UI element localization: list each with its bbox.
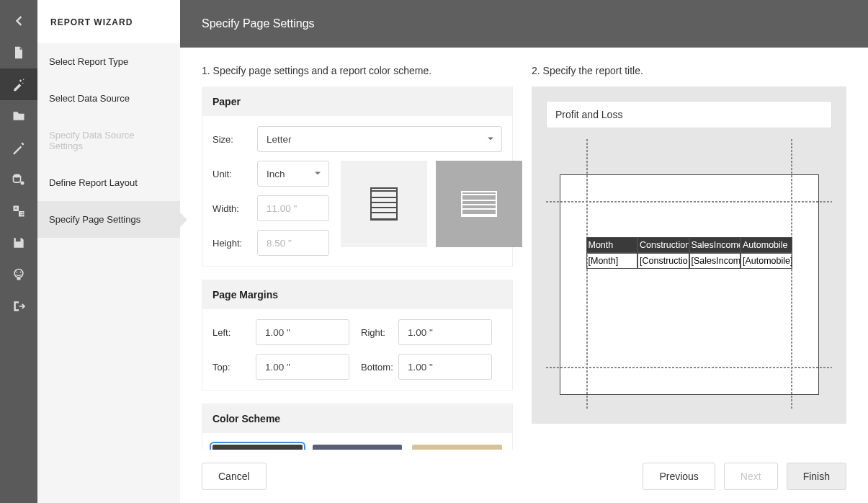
wizard-footer: Cancel Previous Next Finish (180, 450, 868, 503)
color-scheme-heading: Color Scheme (202, 404, 512, 433)
cancel-button[interactable]: Cancel (202, 463, 267, 490)
table-header-cell: Automobile (741, 237, 792, 253)
margin-right-input[interactable]: 1.00 " (398, 319, 492, 345)
svg-text:A: A (14, 206, 17, 210)
page-title: Specify Page Settings (180, 0, 868, 48)
translate-icon[interactable]: A字 (0, 195, 37, 227)
exit-icon[interactable] (0, 290, 37, 322)
file-icon[interactable] (0, 37, 37, 68)
wand-icon[interactable] (0, 132, 37, 164)
left-icon-bar: A字 (0, 0, 37, 503)
step-select-report-type[interactable]: Select Report Type (37, 43, 180, 80)
margin-bottom-label: Bottom: (349, 362, 390, 373)
width-label: Width: (212, 203, 257, 214)
folder-icon[interactable] (0, 100, 37, 132)
margin-top-input[interactable]: 1.00 " (256, 354, 349, 380)
orientation-landscape-button[interactable] (436, 161, 522, 247)
sidebar-title: REPORT WIZARD (37, 0, 180, 43)
table-row: [Month] [Constructio [SalesIncome [Autom… (586, 253, 792, 269)
unit-select[interactable]: Inch (257, 161, 329, 187)
table-cell: [Month] (586, 253, 638, 269)
height-input[interactable]: 8.50 " (257, 230, 329, 256)
wizard-icon[interactable] (0, 68, 37, 100)
instruction-right: 2. Specify the report title. (532, 65, 846, 76)
margin-right-label: Right: (349, 327, 390, 338)
size-label: Size: (212, 134, 257, 145)
svg-point-1 (21, 182, 24, 185)
wizard-sidebar: REPORT WIZARD Select Report Type Select … (37, 0, 180, 503)
swatch-coldgrey[interactable]: COLDGREY (313, 445, 403, 450)
save-icon[interactable] (0, 227, 37, 259)
step-specify-page-settings[interactable]: Specify Page Settings (37, 201, 180, 238)
unit-value: Inch (267, 169, 285, 179)
margin-top-label: Top: (212, 362, 257, 373)
next-button: Next (724, 463, 778, 490)
size-select[interactable]: Letter (257, 126, 502, 152)
database-gear-icon[interactable] (0, 164, 37, 195)
height-label: Height: (212, 238, 257, 249)
table-header-row: Month Construction SalesIncome Automobil… (586, 237, 792, 253)
report-preview-page: Month Construction SalesIncome Automobil… (560, 174, 819, 395)
table-header-cell: Construction (637, 237, 689, 253)
table-header-cell: Month (586, 237, 638, 253)
portrait-page-icon (370, 187, 398, 221)
margin-guide-bottom (546, 367, 832, 368)
step-select-data-source[interactable]: Select Data Source (37, 80, 180, 117)
preview-panel: Profit and Loss Month Construction (532, 86, 846, 424)
width-input[interactable]: 11.00 " (257, 195, 329, 221)
color-scheme-group: Color Scheme GREY COLDGREY CREAM (202, 404, 513, 450)
paper-group: Paper Size: Letter Unit (202, 86, 513, 267)
finish-button[interactable]: Finish (787, 463, 846, 490)
step-specify-data-source-settings: Specify Data Source Settings (37, 117, 180, 164)
table-cell: [Automobile] (741, 253, 792, 269)
svg-point-0 (14, 174, 21, 178)
report-title-input[interactable]: Profit and Loss (546, 101, 832, 128)
previous-button[interactable]: Previous (643, 463, 715, 490)
margins-group: Page Margins Left: 1.00 " Right: 1.00 " … (202, 280, 513, 391)
margin-guide-top (546, 201, 832, 202)
chevron-down-icon (314, 169, 321, 179)
step-define-report-layout[interactable]: Define Report Layout (37, 164, 180, 201)
svg-rect-7 (17, 278, 21, 280)
margin-left-label: Left: (212, 327, 257, 338)
landscape-page-icon (461, 191, 497, 217)
svg-point-5 (17, 272, 18, 273)
table-cell: [Constructio (637, 253, 689, 269)
report-preview-table: Month Construction SalesIncome Automobil… (586, 237, 792, 269)
instruction-left: 1. Specify page settings and a report co… (202, 65, 513, 76)
paper-heading: Paper (202, 87, 512, 116)
size-value: Letter (267, 134, 292, 145)
emoji-icon[interactable] (0, 259, 37, 290)
table-cell: [SalesIncome (689, 253, 741, 269)
unit-label: Unit: (212, 169, 257, 179)
back-icon[interactable] (0, 5, 37, 37)
svg-point-4 (14, 270, 23, 278)
chevron-down-icon (487, 134, 494, 145)
margins-heading: Page Margins (202, 280, 512, 309)
margin-bottom-input[interactable]: 1.00 " (398, 354, 492, 380)
svg-point-6 (20, 272, 22, 273)
margin-left-input[interactable]: 1.00 " (256, 319, 349, 345)
swatch-grey[interactable]: GREY (212, 445, 303, 450)
svg-text:字: 字 (20, 211, 24, 216)
table-header-cell: SalesIncome (689, 237, 741, 253)
orientation-portrait-button[interactable] (341, 161, 427, 247)
swatch-cream[interactable]: CREAM (412, 445, 502, 450)
